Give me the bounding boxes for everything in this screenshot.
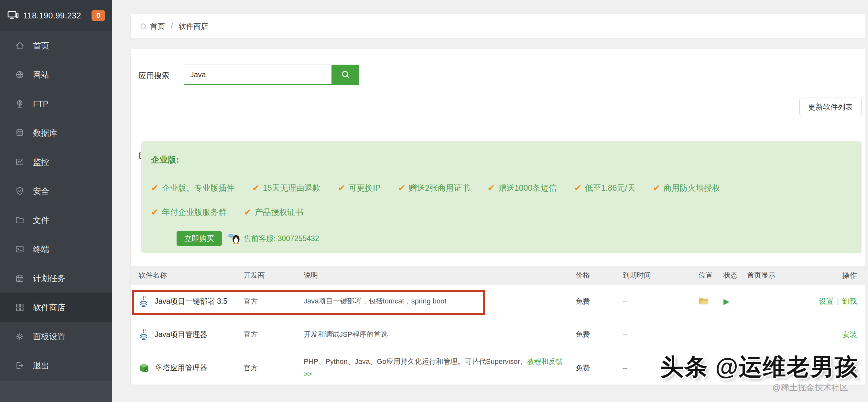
expire-cell: -- xyxy=(623,330,699,339)
terminal-icon xyxy=(15,244,25,254)
watermark-sub: @稀土掘金技术社区 xyxy=(772,382,848,393)
software-store-card: 应用搜索 应用分类 全部已安装运行环境系统工具宝塔插件专业版插件企业版插件第三方… xyxy=(131,49,865,384)
banner-feature: ✔赠送1000条短信 xyxy=(487,182,557,193)
calendar-icon xyxy=(15,273,25,283)
banner-features-row2: ✔年付企业版服务群✔产品授权证书 xyxy=(151,207,303,217)
breadcrumb-separator: / xyxy=(171,22,173,30)
banner-feature-label: 产品授权证书 xyxy=(255,207,303,217)
banner-feature: ✔商用防火墙授权 xyxy=(653,182,720,193)
sidebar-item-home[interactable]: 首页 xyxy=(0,31,112,60)
description-cell: PHP、Python、Java、Go应用持久化运行和管理。可替代Supervis… xyxy=(304,356,576,380)
search-button[interactable] xyxy=(332,65,359,85)
sidebar-item-security[interactable]: 安全 xyxy=(0,176,112,205)
sidebar-item-cron[interactable]: 计划任务 xyxy=(0,264,112,293)
column-header-home-display: 首页显示 xyxy=(747,270,796,280)
toggle-knob xyxy=(738,302,746,311)
check-icon: ✔ xyxy=(574,182,582,193)
sidebar-item-label: 软件商店 xyxy=(33,302,65,313)
table-row: Java项目管理器官方开发和调试JSP程序的首选免费--安装 xyxy=(131,318,865,351)
app-name: Java项目管理器 xyxy=(155,330,208,340)
java-icon xyxy=(138,329,149,340)
sidebar-item-label: 面板设置 xyxy=(33,331,65,342)
location-cell xyxy=(699,296,723,307)
sidebar: 118.190.99.232 0 首页网站FTP数据库监控安全文件终端计划任务软… xyxy=(0,0,112,402)
check-icon: ✔ xyxy=(338,182,345,193)
banner-features-row1: ✔企业版、专业版插件✔15天无理由退款✔可更换IP✔赠送2张商用证书✔赠送100… xyxy=(151,182,720,193)
sidebar-item-appstore[interactable]: 软件商店 xyxy=(0,293,112,322)
sidebar-item-terminal[interactable]: 终端 xyxy=(0,235,112,264)
action-link[interactable]: 设置 xyxy=(819,297,834,305)
app-name-cell: 堡塔应用管理器 xyxy=(138,363,244,374)
folder-icon xyxy=(15,215,25,225)
banner-feature: ✔企业版、专业版插件 xyxy=(151,182,235,193)
banner-feature: ✔可更换IP xyxy=(338,182,381,193)
column-header-location: 位置 xyxy=(699,270,723,280)
banner-feature: ✔产品授权证书 xyxy=(244,207,303,217)
sidebar-item-database[interactable]: 数据库 xyxy=(0,118,112,147)
sidebar-item-logout[interactable]: 退出 xyxy=(0,351,112,380)
qq-service-icon[interactable] xyxy=(228,233,241,244)
open-folder-icon[interactable] xyxy=(699,301,709,306)
buy-now-button[interactable]: 立即购买 xyxy=(177,231,222,246)
banner-feature: ✔年付企业版服务群 xyxy=(151,207,226,217)
breadcrumb-home-link[interactable]: 首页 xyxy=(150,21,165,31)
cube-icon xyxy=(138,363,149,374)
developer-cell: 官方 xyxy=(244,330,304,339)
sidebar-item-label: 数据库 xyxy=(33,128,57,138)
sidebar-item-label: 网站 xyxy=(33,69,49,80)
column-header-dev: 开发商 xyxy=(244,270,304,280)
section-divider xyxy=(131,126,865,126)
banner-feature: ✔赠送2张商用证书 xyxy=(398,182,470,193)
update-software-list-button[interactable]: 更新软件列表 xyxy=(800,98,862,116)
banner-feature: ✔15天无理由退款 xyxy=(252,182,320,193)
ftp-icon xyxy=(15,99,25,108)
running-status-icon[interactable]: ▶ xyxy=(723,297,729,306)
check-icon: ✔ xyxy=(151,182,158,193)
server-ip: 118.190.99.232 xyxy=(23,11,92,20)
logout-icon xyxy=(15,361,25,370)
action-link[interactable]: 卸载 xyxy=(842,297,857,305)
sidebar-item-label: 退出 xyxy=(33,360,49,371)
sidebar-item-ftp[interactable]: FTP xyxy=(0,89,112,118)
sidebar-item-settings[interactable]: 面板设置 xyxy=(0,322,112,351)
banner-feature-label: 15天无理由退款 xyxy=(263,182,320,193)
shield-icon xyxy=(15,186,25,196)
description-text: PHP、Python、Java、Go应用持久化运行和管理。可替代Supervis… xyxy=(304,358,527,366)
app-name: Java项目一键部署 3.5 xyxy=(155,296,227,306)
sidebar-item-monitor[interactable]: 监控 xyxy=(0,147,112,176)
home-icon xyxy=(15,41,25,51)
column-header-desc: 说明 xyxy=(304,270,576,280)
sidebar-footer xyxy=(0,381,112,402)
app-name-cell: Java项目管理器 xyxy=(138,329,244,340)
banner-feature-label: 可更换IP xyxy=(349,182,381,193)
message-count-badge[interactable]: 0 xyxy=(92,10,105,21)
java-icon xyxy=(138,296,149,307)
check-icon: ✔ xyxy=(653,182,660,193)
expire-cell: -- xyxy=(623,297,699,306)
action-separator: | xyxy=(837,297,839,305)
developer-cell: 官方 xyxy=(244,297,304,306)
check-icon: ✔ xyxy=(244,207,251,217)
banner-feature-label: 赠送2张商用证书 xyxy=(409,182,470,193)
search-input[interactable] xyxy=(184,65,332,85)
server-header[interactable]: 118.190.99.232 0 xyxy=(0,0,112,31)
banner-feature-label: 低至1.86元/天 xyxy=(585,182,636,193)
breadcrumb: 首页 / 软件商店 xyxy=(131,14,865,38)
banner-title: 企业版: xyxy=(151,154,179,165)
table-row: Java项目一键部署 3.5官方Java项目一键部署，包括tomcat，spri… xyxy=(131,285,865,318)
action-link[interactable]: 安装 xyxy=(842,330,857,339)
description-cell: Java项目一键部署，包括tomcat，spring boot xyxy=(304,295,576,308)
grid-icon xyxy=(15,302,25,312)
banner-feature-label: 企业版、专业版插件 xyxy=(162,182,235,193)
sidebar-item-site[interactable]: 网站 xyxy=(0,60,112,89)
check-icon: ✔ xyxy=(151,207,158,217)
banner-feature: ✔低至1.86元/天 xyxy=(574,182,635,193)
check-icon: ✔ xyxy=(252,182,259,193)
column-header-action: 操作 xyxy=(796,270,857,280)
gear-icon xyxy=(15,332,25,341)
sidebar-item-files[interactable]: 文件 xyxy=(0,205,112,235)
developer-cell: 官方 xyxy=(244,363,304,373)
app-name: 堡塔应用管理器 xyxy=(155,363,207,373)
server-monitor-icon xyxy=(7,10,19,21)
column-header-status: 状态 xyxy=(723,270,747,280)
